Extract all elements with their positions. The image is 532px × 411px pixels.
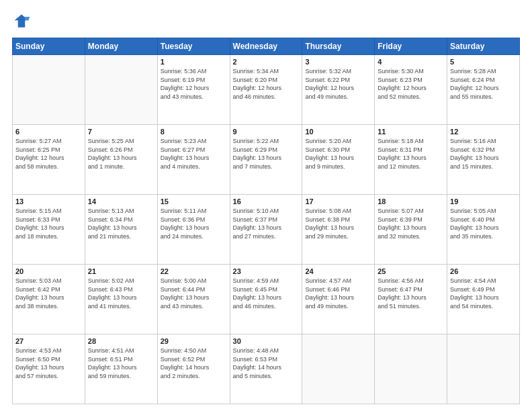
day-number: 12 (450, 128, 517, 136)
calendar-cell: 14Sunrise: 5:13 AMSunset: 6:34 PMDayligh… (85, 195, 157, 265)
calendar-cell: 1Sunrise: 5:36 AMSunset: 6:19 PMDaylight… (157, 55, 230, 125)
day-number: 14 (88, 197, 154, 205)
calendar-cell (13, 55, 85, 125)
day-number: 25 (378, 267, 444, 275)
day-number: 4 (378, 58, 444, 66)
calendar-cell: 26Sunrise: 4:54 AMSunset: 6:49 PMDayligh… (447, 265, 520, 334)
calendar-cell: 30Sunrise: 4:48 AMSunset: 6:53 PMDayligh… (230, 334, 302, 404)
day-info: Sunrise: 5:02 AMSunset: 6:43 PMDaylight:… (88, 277, 154, 310)
day-info: Sunrise: 4:57 AMSunset: 6:46 PMDaylight:… (305, 277, 371, 310)
calendar-cell: 2Sunrise: 5:34 AMSunset: 6:20 PMDaylight… (230, 55, 302, 125)
day-number: 2 (233, 58, 300, 66)
calendar-cell (447, 334, 520, 404)
day-number: 26 (450, 267, 517, 275)
day-number: 27 (15, 337, 82, 345)
day-info: Sunrise: 5:00 AMSunset: 6:44 PMDaylight:… (161, 277, 227, 310)
weekday-header-sunday: Sunday (13, 38, 85, 55)
day-number: 10 (305, 128, 371, 136)
day-info: Sunrise: 4:56 AMSunset: 6:47 PMDaylight:… (378, 277, 444, 310)
calendar-cell: 13Sunrise: 5:15 AMSunset: 6:33 PMDayligh… (13, 195, 85, 265)
header (12, 12, 520, 31)
day-info: Sunrise: 5:07 AMSunset: 6:39 PMDaylight:… (378, 207, 444, 240)
week-row-4: 20Sunrise: 5:03 AMSunset: 6:42 PMDayligh… (13, 265, 520, 334)
svg-marker-0 (15, 15, 29, 28)
day-number: 7 (88, 128, 154, 136)
day-number: 19 (450, 197, 517, 205)
calendar-cell: 25Sunrise: 4:56 AMSunset: 6:47 PMDayligh… (375, 265, 447, 334)
calendar-cell: 9Sunrise: 5:22 AMSunset: 6:29 PMDaylight… (230, 125, 302, 195)
day-number: 13 (15, 197, 82, 205)
calendar-cell: 10Sunrise: 5:20 AMSunset: 6:30 PMDayligh… (302, 125, 375, 195)
day-info: Sunrise: 5:05 AMSunset: 6:40 PMDaylight:… (450, 207, 517, 240)
day-info: Sunrise: 5:15 AMSunset: 6:33 PMDaylight:… (15, 207, 82, 240)
day-info: Sunrise: 5:34 AMSunset: 6:20 PMDaylight:… (233, 67, 300, 101)
calendar-cell: 7Sunrise: 5:25 AMSunset: 6:26 PMDaylight… (85, 125, 157, 195)
day-info: Sunrise: 5:22 AMSunset: 6:29 PMDaylight:… (233, 137, 300, 171)
day-info: Sunrise: 5:03 AMSunset: 6:42 PMDaylight:… (15, 277, 82, 310)
calendar-cell: 17Sunrise: 5:08 AMSunset: 6:38 PMDayligh… (302, 195, 375, 265)
calendar-cell: 20Sunrise: 5:03 AMSunset: 6:42 PMDayligh… (13, 265, 85, 334)
day-number: 18 (378, 197, 444, 205)
calendar-cell: 6Sunrise: 5:27 AMSunset: 6:25 PMDaylight… (13, 125, 85, 195)
day-info: Sunrise: 5:13 AMSunset: 6:34 PMDaylight:… (88, 207, 154, 240)
day-info: Sunrise: 4:48 AMSunset: 6:53 PMDaylight:… (233, 347, 300, 380)
svg-marker-1 (25, 17, 30, 20)
calendar-cell (85, 55, 157, 125)
day-info: Sunrise: 5:30 AMSunset: 6:23 PMDaylight:… (378, 67, 444, 101)
week-row-3: 13Sunrise: 5:15 AMSunset: 6:33 PMDayligh… (13, 195, 520, 265)
day-info: Sunrise: 5:36 AMSunset: 6:19 PMDaylight:… (161, 67, 227, 101)
calendar-cell: 24Sunrise: 4:57 AMSunset: 6:46 PMDayligh… (302, 265, 375, 334)
day-number: 5 (450, 58, 517, 66)
day-number: 8 (161, 128, 227, 136)
day-number: 9 (233, 128, 300, 136)
day-info: Sunrise: 5:20 AMSunset: 6:30 PMDaylight:… (305, 137, 371, 171)
calendar-cell (302, 334, 375, 404)
day-number: 30 (233, 337, 300, 345)
calendar-cell: 19Sunrise: 5:05 AMSunset: 6:40 PMDayligh… (447, 195, 520, 265)
weekday-header-tuesday: Tuesday (157, 38, 230, 55)
day-number: 20 (15, 267, 82, 275)
day-number: 11 (378, 128, 444, 136)
day-number: 15 (161, 197, 227, 205)
week-row-5: 27Sunrise: 4:53 AMSunset: 6:50 PMDayligh… (13, 334, 520, 404)
day-info: Sunrise: 4:53 AMSunset: 6:50 PMDaylight:… (15, 347, 82, 380)
day-info: Sunrise: 4:54 AMSunset: 6:49 PMDaylight:… (450, 277, 517, 310)
week-row-1: 1Sunrise: 5:36 AMSunset: 6:19 PMDaylight… (13, 55, 520, 125)
weekday-header-friday: Friday (375, 38, 447, 55)
calendar-cell: 4Sunrise: 5:30 AMSunset: 6:23 PMDaylight… (375, 55, 447, 125)
day-info: Sunrise: 5:23 AMSunset: 6:27 PMDaylight:… (161, 137, 227, 171)
calendar-cell: 28Sunrise: 4:51 AMSunset: 6:51 PMDayligh… (85, 334, 157, 404)
day-info: Sunrise: 5:11 AMSunset: 6:36 PMDaylight:… (161, 207, 227, 240)
calendar-cell: 5Sunrise: 5:28 AMSunset: 6:24 PMDaylight… (447, 55, 520, 125)
weekday-header-row: SundayMondayTuesdayWednesdayThursdayFrid… (13, 38, 520, 55)
calendar-cell: 27Sunrise: 4:53 AMSunset: 6:50 PMDayligh… (13, 334, 85, 404)
day-info: Sunrise: 5:28 AMSunset: 6:24 PMDaylight:… (450, 67, 517, 101)
day-info: Sunrise: 5:32 AMSunset: 6:22 PMDaylight:… (305, 67, 371, 101)
week-row-2: 6Sunrise: 5:27 AMSunset: 6:25 PMDaylight… (13, 125, 520, 195)
calendar-cell: 29Sunrise: 4:50 AMSunset: 6:52 PMDayligh… (157, 334, 230, 404)
day-info: Sunrise: 4:51 AMSunset: 6:51 PMDaylight:… (88, 347, 154, 380)
calendar-cell: 23Sunrise: 4:59 AMSunset: 6:45 PMDayligh… (230, 265, 302, 334)
day-number: 28 (88, 337, 154, 345)
logo (12, 12, 34, 31)
day-number: 29 (161, 337, 227, 345)
day-info: Sunrise: 4:50 AMSunset: 6:52 PMDaylight:… (161, 347, 227, 380)
day-number: 24 (305, 267, 371, 275)
calendar-cell: 18Sunrise: 5:07 AMSunset: 6:39 PMDayligh… (375, 195, 447, 265)
weekday-header-saturday: Saturday (447, 38, 520, 55)
day-number: 23 (233, 267, 300, 275)
calendar-cell: 21Sunrise: 5:02 AMSunset: 6:43 PMDayligh… (85, 265, 157, 334)
calendar-cell: 11Sunrise: 5:18 AMSunset: 6:31 PMDayligh… (375, 125, 447, 195)
logo-icon (12, 12, 31, 31)
calendar-cell: 15Sunrise: 5:11 AMSunset: 6:36 PMDayligh… (157, 195, 230, 265)
day-info: Sunrise: 5:18 AMSunset: 6:31 PMDaylight:… (378, 137, 444, 171)
weekday-header-wednesday: Wednesday (230, 38, 302, 55)
day-number: 6 (15, 128, 82, 136)
day-info: Sunrise: 5:25 AMSunset: 6:26 PMDaylight:… (88, 137, 154, 171)
day-number: 17 (305, 197, 371, 205)
calendar-cell: 22Sunrise: 5:00 AMSunset: 6:44 PMDayligh… (157, 265, 230, 334)
day-number: 21 (88, 267, 154, 275)
calendar-table: SundayMondayTuesdayWednesdayThursdayFrid… (12, 38, 520, 404)
day-number: 1 (161, 58, 227, 66)
calendar-cell: 8Sunrise: 5:23 AMSunset: 6:27 PMDaylight… (157, 125, 230, 195)
